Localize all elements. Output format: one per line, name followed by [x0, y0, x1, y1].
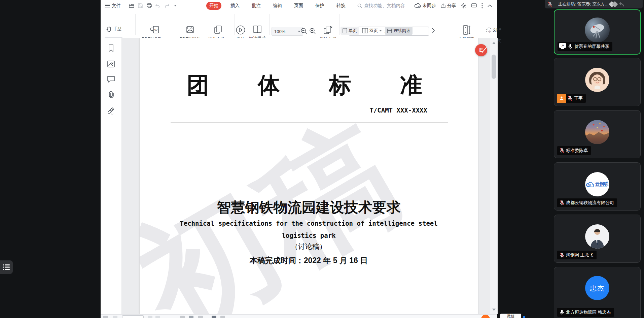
scroll-down-arrow[interactable]: [492, 309, 496, 311]
collapse-ribbon-icon[interactable]: [488, 4, 492, 7]
header-char: 体: [258, 70, 280, 100]
statusbar-icon[interactable]: [155, 316, 160, 318]
translate-badge[interactable]: E: [475, 44, 487, 56]
document-area[interactable]: 初稿 团 体 标 准 T/CAMT XXX-XXXX 智慧钢铁物流园建设技术要求…: [122, 38, 490, 314]
participant-name: 王宇: [574, 95, 583, 101]
hand-raised-badge-icon: [557, 94, 566, 103]
sync-status-button[interactable]: 未同步: [415, 3, 436, 9]
double-page-button[interactable]: 双页: [360, 27, 384, 35]
feedback-comment-icon[interactable]: [471, 3, 477, 8]
meeting-list-toggle-button[interactable]: [0, 260, 13, 274]
zoom-in-button[interactable]: [309, 28, 316, 34]
word-translate-button[interactable]: a中 划译: [484, 27, 503, 34]
open-file-button[interactable]: [127, 2, 136, 9]
completion-date: 本稿完成时间：2022 年 5 月 16 日: [140, 255, 478, 266]
participant-tile[interactable]: 淘钢网 王龙飞: [554, 215, 641, 263]
continuous-read-button[interactable]: 连续阅读: [385, 27, 413, 35]
continuous-read-label: 连续阅读: [394, 28, 410, 34]
statusbar-view-icon[interactable]: [198, 316, 203, 318]
mic-on-icon: [560, 310, 564, 315]
statusbar-icon[interactable]: [103, 316, 108, 318]
statusbar-view-icon[interactable]: [189, 316, 193, 318]
wechat-taskbar-tooltip[interactable]: 微信: [500, 314, 521, 318]
continuous-read-icon: [387, 28, 392, 33]
more-options-icon[interactable]: [481, 3, 483, 8]
tab-home[interactable]: 开始: [206, 2, 221, 10]
settings-gear-icon[interactable]: [461, 3, 466, 8]
statusbar-icon[interactable]: [148, 316, 152, 318]
comment-panel-icon[interactable]: [107, 76, 115, 83]
divider: [135, 14, 136, 35]
statusbar-view-icon[interactable]: [220, 316, 225, 318]
quickbar-dropdown[interactable]: [171, 2, 180, 9]
avatar: [585, 224, 609, 249]
word-translate-label: 划译: [493, 27, 501, 33]
document-title: 智慧钢铁物流园建设技术要求: [140, 198, 478, 217]
ribbon-toolbar: 手型 选择 W PDF转Office ▾ PDF转图片 拆分合并 ▾: [101, 11, 497, 38]
company-logo-text: 云钢联 YUNGANGLIAN: [595, 182, 608, 187]
statusbar-view-icon[interactable]: [212, 316, 216, 318]
scrollbar-thumb[interactable]: [492, 55, 496, 79]
balloons-avatar: [585, 120, 609, 144]
participant-tile[interactable]: ↗ 贺宗春的屏幕共享: [554, 9, 641, 55]
participant-tile[interactable]: 王宇: [554, 58, 641, 106]
print-button[interactable]: [145, 2, 153, 9]
satellite-dish-avatar: [585, 18, 610, 42]
menu-bar: 文件 开始 插入 批注 编辑 页面 保护 转换 查找功能、文档内容: [101, 0, 497, 11]
attachment-icon[interactable]: [108, 91, 114, 99]
status-bar: [101, 314, 497, 318]
chevron-down-icon: [380, 30, 382, 31]
zoom-out-button[interactable]: [300, 28, 307, 34]
participant-tile[interactable]: 标准委陈卓: [554, 110, 641, 158]
bookmark-icon[interactable]: [108, 44, 114, 52]
mic-muted-icon: [568, 96, 572, 101]
tab-comment[interactable]: 批注: [249, 2, 264, 10]
participant-name: 北方恒达物流园 韩忠杰: [566, 309, 611, 315]
next-page-button[interactable]: [432, 28, 435, 33]
participant-name-label: 淘钢网 王龙飞: [557, 251, 597, 259]
zoom-level-select[interactable]: 100%: [272, 27, 303, 36]
rotate-document-icon: [322, 25, 333, 35]
sync-status-label: 未同步: [423, 3, 436, 9]
hand-tool-button[interactable]: 手型: [105, 26, 123, 33]
participant-tile[interactable]: GD 云钢联 YUNGANGLIAN 成都云钢联物流有限公司: [554, 162, 641, 211]
chevron-down-icon: [298, 31, 300, 32]
statusbar-view-icon[interactable]: [180, 316, 185, 318]
tab-convert[interactable]: 转换: [333, 2, 349, 10]
vertical-scrollbar[interactable]: [490, 38, 498, 314]
signature-icon[interactable]: [107, 107, 115, 115]
scroll-up-arrow[interactable]: [492, 42, 496, 44]
participant-name-label: 成都云钢联物流有限公司: [557, 198, 617, 207]
avatar: [585, 18, 610, 42]
save-button[interactable]: [136, 2, 145, 9]
participant-tile[interactable]: 忠杰 北方恒达物流园 韩忠杰: [554, 267, 641, 318]
word-translate-icon: a中: [486, 28, 491, 33]
undo-button[interactable]: [153, 2, 162, 9]
search-icon: [357, 3, 362, 8]
mic-muted-icon: [560, 252, 564, 258]
mic-on-icon: [568, 44, 572, 49]
statusbar-page-input[interactable]: [122, 315, 144, 318]
mic-muted-icon[interactable]: [545, 2, 555, 7]
participant-name-label: 王宇: [557, 94, 586, 103]
svg-text:中: 中: [488, 30, 491, 33]
speaking-indicator-bar: 正在讲话: 贺宗春; 京东方...: [545, 0, 643, 8]
statusbar-icon[interactable]: [113, 316, 117, 318]
share-button[interactable]: 分享: [441, 3, 456, 9]
sidebar-rail: [101, 38, 122, 314]
tab-protect[interactable]: 保护: [312, 2, 327, 10]
tab-insert[interactable]: 插入: [227, 2, 243, 10]
tab-edit[interactable]: 编辑: [270, 2, 285, 10]
file-menu-button[interactable]: 文件: [103, 3, 123, 9]
search-input[interactable]: 查找功能、文档内容: [357, 3, 405, 9]
redo-button[interactable]: [162, 2, 171, 9]
thumbnail-image-icon[interactable]: [107, 61, 115, 67]
tab-page[interactable]: 页面: [291, 2, 306, 10]
reply-arrow-icon[interactable]: [618, 2, 624, 7]
single-page-button[interactable]: 单页: [341, 27, 359, 35]
taskbar-app-icon[interactable]: [523, 316, 525, 318]
avatar: [585, 120, 609, 144]
wps-logo-icon[interactable]: [481, 315, 490, 318]
divider: [482, 14, 482, 35]
english-subtitle-line2: logistics park: [140, 232, 478, 239]
